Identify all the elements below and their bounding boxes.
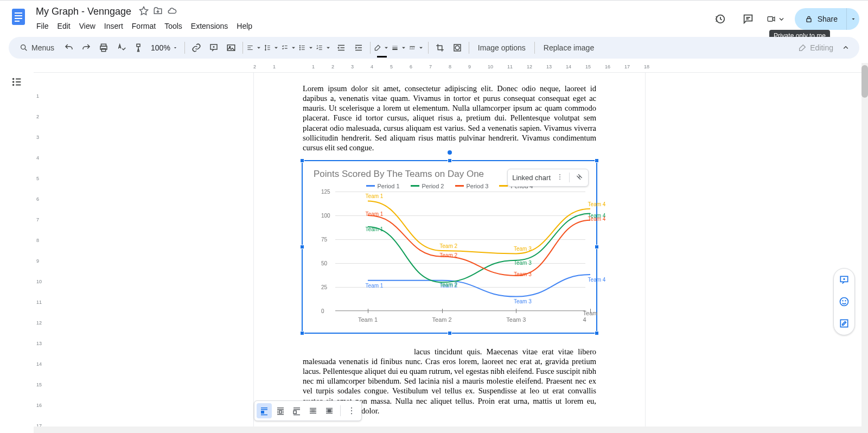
menu-tools[interactable]: Tools	[161, 20, 186, 33]
svg-rect-3	[15, 18, 22, 19]
svg-rect-4	[15, 21, 20, 22]
linked-chart-label[interactable]: Linked chart	[512, 174, 551, 182]
unlink-icon[interactable]	[575, 173, 584, 183]
collapse-toolbar-button[interactable]	[838, 40, 854, 56]
document-area[interactable]: 21123456789101112131415161718 1234567891…	[34, 63, 868, 433]
svg-point-8	[21, 45, 25, 49]
menu-extensions[interactable]: Extensions	[187, 20, 232, 33]
svg-point-32	[351, 410, 352, 411]
svg-point-22	[13, 85, 14, 86]
toolbar: Menus 100% Image options Replace image E…	[9, 37, 859, 59]
behind-text-button[interactable]	[305, 403, 321, 418]
version-history-icon[interactable]	[710, 9, 730, 29]
menu-edit[interactable]: Edit	[54, 20, 74, 33]
search-menus[interactable]: Menus	[14, 41, 60, 54]
linked-chart-chip: Linked chart	[507, 169, 589, 187]
border-dash-button[interactable]	[409, 40, 425, 56]
increase-indent-button[interactable]	[350, 40, 367, 56]
lock-icon	[805, 15, 813, 23]
resize-handle[interactable]	[300, 331, 304, 335]
svg-rect-27	[279, 411, 282, 413]
resize-handle[interactable]	[595, 331, 599, 335]
horizontal-scrollbar[interactable]	[34, 426, 868, 433]
line-spacing-button[interactable]	[264, 40, 280, 56]
more-icon[interactable]	[556, 173, 564, 182]
vertical-ruler[interactable]: 1234567891011121314151617	[34, 73, 43, 433]
resize-handle[interactable]	[300, 245, 304, 249]
svg-rect-6	[768, 17, 773, 22]
border-color-button[interactable]	[374, 40, 390, 56]
svg-rect-2	[15, 15, 22, 16]
insert-image-button[interactable]	[223, 40, 239, 56]
move-icon[interactable]	[153, 6, 163, 17]
svg-point-15	[299, 46, 300, 46]
svg-point-35	[840, 298, 848, 306]
image-options-button[interactable]: Image options	[473, 41, 531, 54]
share-button[interactable]: Share	[795, 8, 859, 30]
zoom-select[interactable]: 100%	[148, 43, 181, 52]
menu-format[interactable]: Format	[128, 20, 159, 33]
replace-image-button[interactable]: Replace image	[538, 41, 599, 54]
redo-button[interactable]	[78, 40, 94, 56]
mask-button[interactable]	[449, 40, 465, 56]
spellcheck-button[interactable]	[113, 40, 129, 56]
paragraph[interactable]: Lorem ipsum dolor sit amet, consectetur …	[303, 84, 596, 152]
menu-insert[interactable]: Insert	[100, 20, 127, 33]
svg-point-31	[351, 407, 352, 409]
svg-point-21	[13, 81, 14, 82]
paint-format-button[interactable]	[130, 40, 146, 56]
chart-selection[interactable]: Linked chart Points Scored By The Teams …	[302, 160, 597, 334]
outline-icon[interactable]	[11, 76, 23, 433]
image-layout-toolbar	[254, 400, 362, 421]
align-button[interactable]	[246, 40, 263, 56]
svg-point-25	[559, 179, 560, 180]
resize-handle[interactable]	[595, 158, 599, 163]
search-icon	[20, 43, 28, 52]
resize-handle[interactable]	[448, 331, 452, 335]
decrease-indent-button[interactable]	[333, 40, 349, 56]
svg-rect-38	[840, 320, 847, 327]
vertical-scrollbar[interactable]	[861, 63, 868, 433]
svg-rect-7	[807, 18, 811, 22]
insert-comment-button[interactable]	[206, 40, 222, 56]
doc-title[interactable]: My Graph - Venngage	[33, 5, 135, 18]
suggest-edits-icon[interactable]	[836, 315, 852, 332]
add-comment-icon[interactable]	[836, 272, 852, 288]
menu-view[interactable]: View	[75, 20, 99, 33]
svg-point-24	[559, 176, 560, 177]
checklist-button[interactable]	[281, 40, 297, 56]
svg-rect-1	[15, 12, 22, 14]
bulleted-list-button[interactable]	[298, 40, 315, 56]
more-options-button[interactable]	[344, 403, 359, 418]
star-icon[interactable]	[139, 6, 149, 17]
print-button[interactable]	[95, 40, 112, 56]
undo-button[interactable]	[61, 40, 77, 56]
wrap-text-button[interactable]	[273, 403, 288, 418]
meet-icon[interactable]	[767, 9, 786, 29]
front-text-button[interactable]	[322, 403, 337, 418]
rotate-handle[interactable]	[448, 150, 452, 155]
share-dropdown[interactable]	[846, 8, 859, 30]
editing-mode[interactable]: Editing	[798, 43, 833, 52]
svg-point-20	[13, 79, 14, 80]
break-text-button[interactable]	[289, 403, 304, 418]
numbered-list-button[interactable]	[316, 40, 332, 56]
add-emoji-icon[interactable]	[836, 294, 852, 310]
chart-plot: 0255075100125Team 1Team 2Team 3Team 4Tea…	[324, 192, 585, 311]
cloud-icon[interactable]	[167, 6, 177, 17]
page[interactable]: Lorem ipsum dolor sit amet, consectetur …	[253, 73, 646, 433]
horizontal-ruler[interactable]: 21123456789101112131415161718	[34, 63, 868, 73]
border-weight-button[interactable]	[391, 40, 407, 56]
resize-handle[interactable]	[448, 158, 452, 163]
docs-logo[interactable]	[9, 7, 28, 27]
menubar: File Edit View Insert Format Tools Exten…	[33, 20, 710, 33]
resize-handle[interactable]	[300, 158, 304, 163]
menu-help[interactable]: Help	[233, 20, 256, 33]
menu-file[interactable]: File	[33, 20, 53, 33]
svg-point-36	[843, 301, 843, 301]
inline-wrap-button[interactable]	[257, 403, 272, 418]
insert-link-button[interactable]	[188, 40, 205, 56]
crop-button[interactable]	[432, 40, 448, 56]
svg-point-19	[455, 46, 459, 50]
comments-icon[interactable]	[738, 9, 758, 29]
